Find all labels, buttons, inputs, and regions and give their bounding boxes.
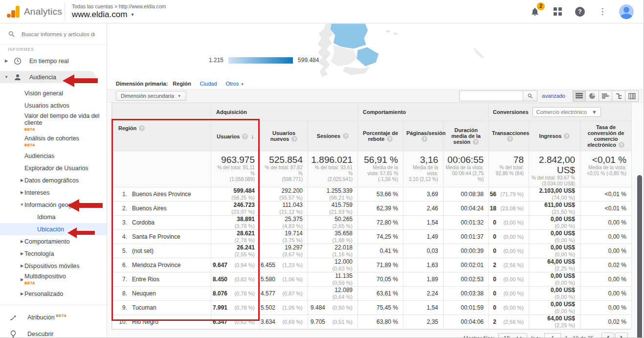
conversion-type-select[interactable]: Comercio electrónico▼ (533, 107, 601, 117)
total-subtext: 00:06:44 (2,75 %) (445, 171, 484, 182)
region-cell[interactable]: 5.(not set) (112, 244, 211, 258)
sidebar-item-ubicacion[interactable]: Ubicación (0, 223, 107, 235)
vertical-scrollbar[interactable] (637, 175, 642, 338)
table-search-button[interactable] (523, 90, 537, 101)
vertical-dots-icon: ⋮ (599, 6, 607, 17)
column-header-region[interactable]: Región? (112, 121, 211, 151)
label-text: Audiencias (24, 153, 54, 159)
help-icon[interactable]: ? (139, 125, 145, 131)
region-cell[interactable]: 1.Buenos Aires Province (112, 187, 211, 202)
sidebar-item-multidispositivo[interactable]: ▶MultidispositivoBETA (0, 272, 107, 288)
column-header-sesiones[interactable]: Sesiones? (308, 121, 358, 151)
sidebar-search[interactable] (0, 23, 107, 45)
more-menu-button[interactable]: ⋮ (597, 6, 608, 18)
rows-per-page-select[interactable]: 10 (498, 333, 527, 338)
region-cell[interactable]: 4.Santa Fe Province (112, 230, 211, 244)
comparison-view-button[interactable] (612, 90, 625, 102)
column-header-ingresos[interactable]: Ingresos? (529, 121, 580, 151)
column-header-transacciones[interactable]: Transacciones? (489, 121, 529, 151)
sesiones-cell: 35.658(1,88 %) (308, 230, 358, 244)
sidebar-item-en-tiempo-real[interactable]: ▶En tiempo real (0, 55, 107, 67)
column-header-usuarios_nuevos[interactable]: Usuarios nuevos? (260, 121, 308, 151)
metric-value: 2,24 (427, 290, 438, 297)
metric-percent: (55,57 %) (275, 195, 303, 201)
help-icon[interactable]: ? (291, 136, 297, 142)
help-icon[interactable]: ? (507, 136, 513, 142)
table-row[interactable]: 1.Buenos Aires Province599.484(58,25 %)2… (112, 187, 632, 202)
region-cell[interactable]: 9.Tucuman (112, 301, 211, 315)
column-header-usuarios[interactable]: Usuarios?↓ (211, 121, 260, 151)
sidebar-item-label: Comportamiento (24, 238, 69, 245)
table-row[interactable]: 3.Cordoba38.891(3,78 %)25.375(4,83 %)50.… (112, 216, 632, 230)
sidebar-item-datos-demograficos[interactable]: ▶Datos demográficos (0, 174, 107, 186)
sidebar-item-vision-general[interactable]: Visión general (0, 87, 107, 99)
prev-page-button[interactable]: ❮ (601, 333, 614, 338)
table-row[interactable]: 9.Tucuman7.991(0,78 %)5.502(1,05 %)9.484… (112, 301, 632, 315)
table-row[interactable]: 4.Santa Fe Province28.621(2,78 %)19.714(… (112, 230, 632, 244)
secondary-dimension-button[interactable]: Dimensión secundaria ▼ (116, 91, 186, 101)
region-cell[interactable]: 6.Mendoza Province (112, 258, 211, 272)
table-search-input[interactable] (459, 90, 523, 101)
user-avatar[interactable] (619, 4, 634, 19)
percentage-view-button[interactable] (586, 90, 599, 102)
sort-desc-icon: ↓ (251, 133, 254, 140)
sidebar-item-usuarios-activos[interactable]: Usuarios activos (0, 99, 107, 112)
next-page-button[interactable]: ❯ (615, 333, 628, 338)
group-label: Conversiones (493, 109, 529, 115)
table-row[interactable]: 7.Entre Rios8.450(0,82 %)5.580(1,06 %)11… (112, 272, 632, 287)
sidebar-item-explorador-de-usuarios[interactable]: Explorador de Usuarios (0, 162, 107, 174)
metric-percent: (0,00 %) (496, 220, 524, 225)
sidebar-item-intereses[interactable]: ▶Intereses (0, 186, 107, 199)
goto-page-input[interactable] (544, 333, 561, 338)
performance-view-button[interactable] (599, 90, 612, 102)
sidebar-item-personalizado[interactable]: ▶Personalizado (0, 288, 107, 300)
sidebar-item-tecnologia[interactable]: ▶Tecnología (0, 248, 107, 260)
region-cell[interactable]: 8.Neuquen (112, 287, 211, 301)
help-icon[interactable]: ? (343, 133, 349, 139)
table-row[interactable]: 2.Buenos Aires246.723(23,97 %)111.043(21… (112, 202, 632, 216)
column-header-duracion[interactable]: Duración media de la sesión? (444, 121, 489, 151)
sidebar-item-informacion-geografica[interactable]: ▼Información geográfica (0, 199, 107, 211)
analytics-logo[interactable]: Analytics (0, 6, 65, 18)
notifications-button[interactable]: 2 (529, 6, 541, 18)
dimension-region-selected[interactable]: Región (173, 81, 191, 87)
sidebar-item-idioma[interactable]: Idioma (0, 211, 107, 223)
dimension-city-link[interactable]: Ciudad (200, 81, 217, 87)
topbar-actions: 2 ? ⋮ (529, 4, 644, 19)
sidebar-item-analisis-de-cohortes[interactable]: Análisis de cohortesBETA (0, 134, 107, 150)
table-row[interactable]: 5.(not set)26.241(2,55 %)19.297(3,67 %)2… (112, 244, 632, 258)
pivot-view-button[interactable] (625, 90, 639, 102)
region-cell[interactable]: 3.Cordoba (112, 216, 211, 230)
column-header-tasa[interactable]: Tasa de conversión de comercio electróni… (580, 121, 632, 151)
sidebar-item-atribucion[interactable]: AtribuciónBETA (0, 309, 107, 326)
help-button[interactable]: ? (574, 6, 586, 18)
help-icon[interactable]: ? (473, 139, 479, 145)
help-icon[interactable]: ? (387, 136, 393, 142)
region-cell[interactable]: 10.Rio Negro (112, 315, 211, 329)
region-cell[interactable]: 2.Buenos Aires (112, 202, 211, 216)
apps-grid-button[interactable] (552, 6, 563, 18)
sidebar-item-comportamiento[interactable]: ▶Comportamiento (0, 235, 107, 248)
column-header-rebote[interactable]: Porcentaje de rebote? (358, 121, 403, 151)
property-selector[interactable]: www.eldia.com ▼ (72, 10, 166, 20)
dimension-others-link[interactable]: Otros ▼ (226, 81, 244, 87)
column-header-paginas[interactable]: Páginas/sesión? (403, 121, 444, 151)
total-subtext: (3.034,00 US$) (531, 181, 575, 187)
sidebar-item-dispositivos-moviles[interactable]: ▶Dispositivos móviles (0, 260, 107, 272)
table-row[interactable]: 10.Rio Negro6.347(0,62 %)3.634(0,69 %)9.… (112, 315, 632, 329)
table-row[interactable]: 8.Neuquen8.076(0,78 %)4.577(0,87 %)12.08… (112, 287, 632, 301)
geo-map[interactable] (303, 23, 577, 78)
sidebar-item-descubrir[interactable]: Descubrir (0, 326, 107, 338)
table-view-button[interactable] (573, 90, 586, 102)
table-row[interactable]: 6.Mendoza Province9.647(0,94 %)6.455(1,2… (112, 258, 632, 272)
search-input[interactable] (22, 31, 95, 37)
help-icon[interactable]: ? (619, 142, 624, 148)
region-cell[interactable]: 7.Entre Rios (112, 272, 211, 287)
help-icon[interactable]: ? (422, 136, 427, 142)
sidebar-item-valor-del-tiempo-de-vida-del-cliente[interactable]: Valor del tiempo de vida del clienteBETA (0, 112, 107, 134)
help-icon[interactable]: ? (564, 133, 570, 139)
help-icon[interactable]: ? (242, 134, 248, 139)
sidebar-item-audiencia[interactable]: ▼Audiencia (0, 71, 96, 83)
sidebar-item-audiencias[interactable]: Audiencias (0, 150, 107, 162)
advanced-search-link[interactable]: avanzado (542, 93, 565, 99)
